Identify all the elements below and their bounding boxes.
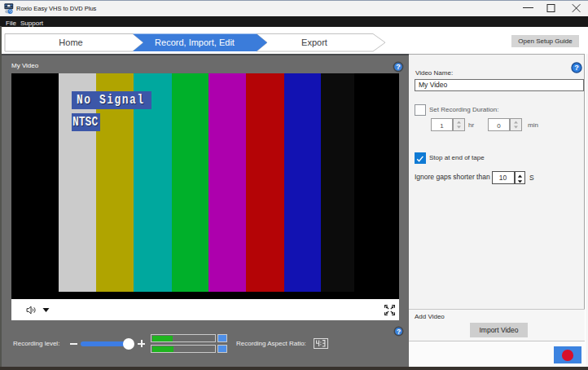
svg-text:Export: Export (301, 37, 327, 47)
svg-text:?: ? (574, 64, 579, 72)
svg-text:?: ? (396, 63, 401, 71)
svg-text:?: ? (397, 328, 401, 336)
svg-text:Record, Import, Edit: Record, Import, Edit (155, 37, 235, 47)
svg-text:Home: Home (59, 37, 82, 47)
